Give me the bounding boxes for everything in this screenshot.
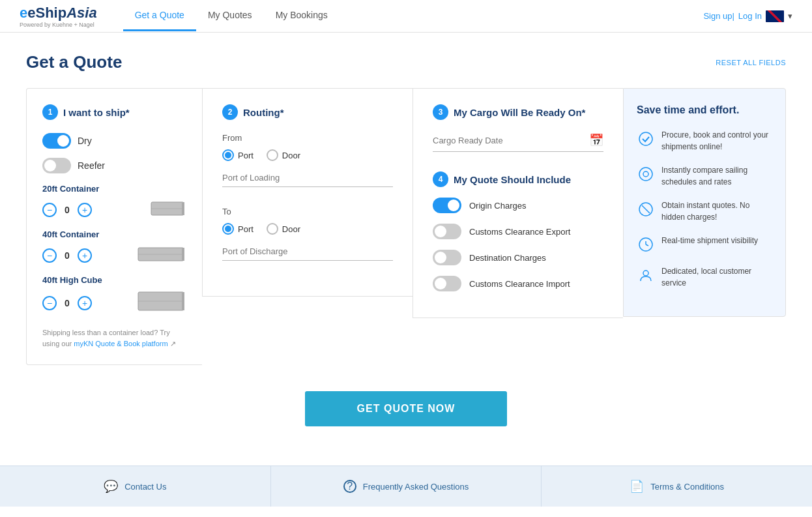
origin-charges-label: Origin Charges [469, 201, 526, 211]
section1-number: 1 [42, 104, 58, 120]
nav-my-bookings[interactable]: My Bookings [264, 1, 340, 31]
benefit-item-4: Dedicated, local customer service [637, 265, 772, 289]
log-in-link[interactable]: Log In [738, 11, 762, 21]
container-40ft-image [138, 246, 186, 265]
container-20ft-stepper: − 0 + [42, 203, 92, 217]
section-ship-type: 1 I want to ship* Dry Reefer 20ft Contai… [26, 88, 202, 365]
to-port-radio[interactable] [222, 223, 234, 235]
sections-container: 1 I want to ship* Dry Reefer 20ft Contai… [26, 88, 786, 365]
svg-line-25 [646, 244, 648, 246]
footer-contact-us[interactable]: 💬 Contact Us [0, 466, 271, 507]
nav-get-quote[interactable]: Get a Quote [123, 1, 196, 31]
svg-point-20 [643, 171, 648, 177]
svg-rect-17 [182, 292, 184, 310]
logo: eeShipAsia Powered by Kuehne + Nagel [20, 5, 97, 28]
reefer-toggle[interactable] [42, 158, 71, 173]
section-cargo-ready: 3 My Cargo Will Be Ready On* 📅 4 My Quot… [413, 88, 623, 318]
container-40ft-decrement[interactable]: − [42, 248, 57, 263]
get-quote-button[interactable]: GET QUOTE NOW [305, 391, 508, 426]
container-20ft-value: 0 [59, 205, 75, 215]
dry-label: Dry [78, 136, 92, 146]
nav-my-quotes[interactable]: My Quotes [196, 1, 264, 31]
benefit-text-2: Obtain instant quotes. No hidden charges… [661, 199, 772, 223]
svg-line-3 [766, 10, 784, 22]
footer-faq-label: Frequently Asked Questions [363, 482, 469, 492]
benefit-text-3: Real-time shipment visibility [661, 235, 758, 246]
origin-charges-toggle[interactable] [433, 198, 461, 213]
svg-line-4 [766, 10, 784, 22]
from-door-option[interactable]: Door [267, 149, 300, 161]
from-label: From [222, 133, 393, 143]
routing-from-group: From Port Door [222, 133, 393, 187]
destination-charges-toggle[interactable] [433, 250, 461, 265]
container-40hc-image [138, 291, 186, 314]
section4-title: 4 My Quote Should Include [433, 171, 603, 187]
benefit-text-0: Procure, book and control your shipments… [661, 129, 772, 153]
contact-us-icon: 💬 [104, 479, 118, 494]
sign-up-link[interactable]: Sign up| [703, 11, 734, 21]
logo-text: eeShipAsia [20, 5, 97, 22]
sidebar-title: Save time and effort. [637, 104, 772, 116]
language-flag-icon[interactable] [766, 10, 784, 22]
container-40ft-increment[interactable]: + [78, 248, 92, 263]
calendar-icon[interactable]: 📅 [589, 133, 603, 147]
to-port-option[interactable]: Port [222, 223, 254, 235]
logo-subtitle: Powered by Kuehne + Nagel [20, 22, 97, 28]
benefits-sidebar: Save time and effort. Procure, book and … [623, 88, 786, 317]
footer-faq[interactable]: ? Frequently Asked Questions [271, 466, 542, 507]
origin-charges-option: Origin Charges [433, 198, 603, 213]
port-of-loading-input[interactable] [222, 169, 393, 187]
section2-title: 2 Routing* [222, 104, 393, 120]
container-40hc-increment[interactable]: + [78, 296, 92, 310]
svg-rect-11 [182, 202, 184, 215]
section-routing: 2 Routing* From Port Door [202, 88, 413, 297]
customs-clearance-import-option: Customs Clearance Import [433, 276, 603, 291]
container-40hc-stepper: − 0 + [42, 296, 92, 310]
dry-toggle[interactable] [42, 133, 71, 149]
section3-number: 3 [433, 104, 448, 120]
footer: 💬 Contact Us ? Frequently Asked Question… [0, 465, 812, 507]
mykn-link[interactable]: myKN Quote & Book platform [74, 340, 167, 347]
container-20ft-increment[interactable]: + [78, 203, 92, 217]
to-door-label: Door [282, 224, 300, 234]
container-20ft-decrement[interactable]: − [42, 203, 57, 217]
container-40hc-value: 0 [59, 298, 75, 308]
from-port-option[interactable]: Port [222, 149, 254, 161]
compare-icon [637, 165, 655, 183]
to-door-option[interactable]: Door [267, 223, 300, 235]
reefer-toggle-row: Reefer [42, 158, 186, 173]
terms-icon: 📄 [630, 479, 644, 494]
container-20ft-label: 20ft Container [42, 184, 186, 194]
to-radio-group: Port Door [222, 223, 393, 235]
customs-clearance-export-option: Customs Clearance Export [433, 224, 603, 239]
svg-rect-0 [766, 10, 784, 22]
destination-charges-option: Destination Charges [433, 250, 603, 265]
language-dropdown-icon[interactable]: ▾ [788, 11, 792, 21]
container-40ft-label: 40ft Container [42, 229, 186, 239]
benefit-item-0: Procure, book and control your shipments… [637, 129, 772, 153]
check-circle-icon [637, 130, 655, 148]
footer-terms[interactable]: 📄 Terms & Conditions [542, 466, 812, 507]
destination-charges-label: Destination Charges [469, 253, 546, 263]
from-door-radio[interactable] [267, 149, 278, 161]
section2-label: Routing* [243, 107, 283, 118]
svg-point-19 [639, 168, 652, 181]
from-port-radio[interactable] [222, 149, 234, 161]
person-icon [637, 266, 655, 284]
customs-clearance-import-toggle[interactable] [433, 276, 461, 291]
customs-clearance-export-toggle[interactable] [433, 224, 461, 239]
benefit-item-2: Obtain instant quotes. No hidden charges… [637, 199, 772, 223]
benefit-text-4: Dedicated, local customer service [661, 265, 772, 289]
section3-label: My Cargo Will Be Ready On* [454, 107, 585, 118]
container-40ft-row: − 0 + [42, 246, 186, 265]
container-20ft-image [151, 200, 186, 219]
cargo-ready-date-input[interactable] [433, 136, 584, 145]
to-label: To [222, 207, 393, 216]
reset-all-link[interactable]: RESET ALL FIELDS [716, 59, 786, 66]
svg-rect-14 [182, 248, 184, 261]
dry-toggle-row: Dry [42, 133, 186, 149]
no-hidden-icon [637, 200, 655, 218]
container-40hc-decrement[interactable]: − [42, 296, 57, 310]
to-door-radio[interactable] [267, 223, 278, 235]
port-of-discharge-input[interactable] [222, 243, 393, 261]
